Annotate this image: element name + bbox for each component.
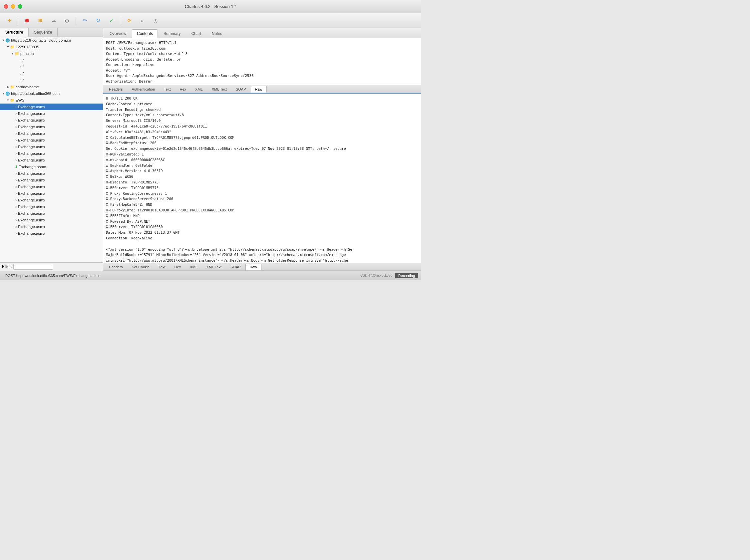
close-button[interactable]	[4, 4, 8, 9]
resp-sub-tab-hex[interactable]: Hex	[170, 264, 185, 271]
req-sub-tab-xml-text[interactable]: XML Text	[208, 86, 231, 93]
minimize-button[interactable]	[11, 4, 15, 9]
tree-node-icon: ○	[15, 105, 17, 109]
bottom-bar: POST https://outlook.office365.com/EWS/E…	[0, 271, 421, 280]
req-sub-tab-soap[interactable]: SOAP	[232, 86, 251, 93]
resp-sub-tab-soap[interactable]: SOAP	[226, 264, 245, 271]
panel-tabs: OverviewContentsSummaryChartNotes	[103, 28, 421, 38]
tree-item-label: Exchange.asmx	[18, 212, 45, 215]
tree-item[interactable]: ○/	[0, 77, 103, 84]
tree-item-label: Exchange.asmx	[18, 152, 45, 156]
tree-item[interactable]: ○Exchange.asmx	[0, 110, 103, 117]
tree-item[interactable]: 📁12250739835	[0, 44, 103, 50]
arrow-tool-btn[interactable]: ✦	[4, 15, 15, 26]
req-sub-tab-authentication[interactable]: Authentication	[127, 86, 159, 93]
tree-item[interactable]: ○Exchange.asmx	[0, 177, 103, 183]
tree-node-icon: 🌐	[5, 92, 10, 96]
refresh-button[interactable]: ↻	[93, 15, 103, 26]
tree-item-label: principal	[20, 52, 35, 56]
tree-node-icon: ○	[15, 132, 17, 136]
record-button[interactable]: ⏺	[22, 15, 32, 26]
tree-item[interactable]: ○Exchange.asmx	[0, 223, 103, 230]
request-area: POST /EWS/Exchange.asmx HTTP/1.1 Host: o…	[103, 38, 421, 94]
tree-item[interactable]: ○Exchange.asmx	[0, 197, 103, 203]
resp-sub-tab-set-cookie[interactable]: Set Cookie	[127, 264, 154, 271]
sep3	[120, 17, 120, 25]
tree-item[interactable]: ○Exchange.asmx	[0, 150, 103, 157]
cloud-button[interactable]: ☁	[48, 15, 59, 26]
tree-node-icon: ○	[15, 225, 17, 229]
resp-sub-tab-xml-text[interactable]: XML Text	[202, 264, 226, 271]
settings-button[interactable]: ◎	[150, 15, 161, 26]
req-sub-tab-headers[interactable]: Headers	[104, 86, 127, 93]
tree-item[interactable]: ○Exchange.asmx	[0, 117, 103, 123]
tree-item[interactable]: ○/	[0, 70, 103, 77]
tree-item-label: /	[23, 72, 24, 76]
tree-item[interactable]: ⬇Exchange.asmx	[0, 163, 103, 170]
tree-item-label: Exchange.asmx	[18, 172, 45, 176]
tree-item[interactable]: 📁carddavhome	[0, 84, 103, 90]
tree-item[interactable]: ○Exchange.asmx	[0, 183, 103, 190]
tab-sequence[interactable]: Sequence	[28, 28, 58, 37]
resp-sub-tab-headers[interactable]: Headers	[104, 264, 127, 271]
forward-button[interactable]: »	[137, 15, 147, 26]
response-content[interactable]: HTTP/1.1 200 OK Cache-Control: private T…	[103, 94, 421, 263]
tree-item-label: Exchange.asmx	[18, 138, 45, 142]
tree-item[interactable]: 🌐https://p216-contacts.icloud.com.cn	[0, 37, 103, 44]
tab-structure[interactable]: Structure	[0, 28, 28, 37]
tree-item[interactable]: ○Exchange.asmx	[0, 203, 103, 210]
tree-item[interactable]: ○Exchange.asmx	[0, 157, 103, 163]
request-content[interactable]: POST /EWS/Exchange.asmx HTTP/1.1 Host: o…	[103, 38, 421, 85]
tree-item-label: Exchange.asmx	[18, 232, 45, 235]
tree-item[interactable]: ○Exchange.asmx	[0, 217, 103, 223]
panel-tab-overview[interactable]: Overview	[104, 29, 131, 38]
compose-button[interactable]: ✏	[79, 15, 90, 26]
tree-item[interactable]: ○Exchange.asmx	[0, 143, 103, 150]
filter-label: Filter:	[2, 264, 12, 269]
tree-item[interactable]: ○Exchange.asmx	[0, 123, 103, 130]
tree-item[interactable]: 🌐https://outlook.office365.com	[0, 90, 103, 97]
resp-sub-tab-raw[interactable]: Raw	[245, 264, 261, 271]
tree-item-label: Exchange.asmx	[18, 178, 45, 182]
tree-item-label: Exchange.asmx	[18, 105, 45, 109]
sidebar: Structure Sequence 🌐https://p216-contact…	[0, 28, 103, 271]
panel-tab-contents[interactable]: Contents	[132, 29, 158, 38]
panel-tab-notes[interactable]: Notes	[207, 29, 227, 38]
tree-node-icon: 📁	[10, 85, 15, 89]
req-sub-tab-hex[interactable]: Hex	[175, 86, 191, 93]
tree-node-icon: 📁	[15, 52, 19, 56]
tree-node-icon: ○	[15, 185, 17, 189]
req-sub-tab-raw[interactable]: Raw	[251, 86, 267, 93]
throttle-button[interactable]: ≋	[35, 15, 46, 26]
resp-sub-tab-text[interactable]: Text	[154, 264, 170, 271]
maximize-button[interactable]	[18, 4, 22, 9]
tree-node-icon: ○	[15, 158, 17, 162]
tools-button[interactable]: ⚙	[123, 15, 134, 26]
tree-item[interactable]: ○Exchange.asmx	[0, 103, 103, 110]
check-button[interactable]: ✓	[106, 15, 117, 26]
tree-node-icon: 📁	[10, 45, 15, 49]
tree-arrow-icon	[11, 52, 15, 55]
tree-item[interactable]: ○Exchange.asmx	[0, 210, 103, 217]
tree-item[interactable]: ○Exchange.asmx	[0, 137, 103, 143]
traffic-lights	[4, 4, 22, 9]
tree-arrow-icon	[6, 99, 10, 102]
tree-item[interactable]: ○/	[0, 57, 103, 64]
resp-sub-tab-xml[interactable]: XML	[185, 264, 202, 271]
panel-tab-summary[interactable]: Summary	[159, 29, 185, 38]
tree-item-label: Exchange.asmx	[18, 158, 45, 162]
sep1	[18, 17, 18, 25]
tree-item[interactable]: 📁principal	[0, 50, 103, 57]
req-sub-tab-text[interactable]: Text	[159, 86, 175, 93]
tree-item[interactable]: ○Exchange.asmx	[0, 230, 103, 237]
tree-item[interactable]: ○Exchange.asmx	[0, 190, 103, 197]
tree-item[interactable]: ○Exchange.asmx	[0, 170, 103, 177]
stop-button[interactable]: ⬡	[62, 15, 72, 26]
req-sub-tab-xml[interactable]: XML	[191, 86, 207, 93]
filter-input[interactable]	[13, 264, 53, 270]
tree-item-label: Exchange.asmx	[18, 218, 45, 222]
tree-item[interactable]: 📁EWS	[0, 97, 103, 103]
tree-item[interactable]: ○/	[0, 64, 103, 70]
panel-tab-chart[interactable]: Chart	[186, 29, 206, 38]
tree-item[interactable]: ○Exchange.asmx	[0, 130, 103, 137]
